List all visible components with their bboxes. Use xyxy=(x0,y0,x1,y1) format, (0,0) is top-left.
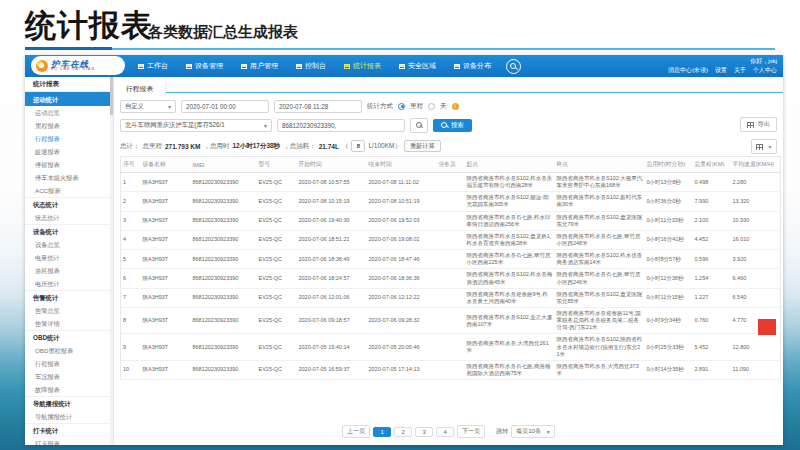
navbar-link-0[interactable]: 消息中心(未读) xyxy=(668,66,708,75)
table-row[interactable]: 1陕A3H93T868120230923390EV25-QC2020-07-08… xyxy=(121,173,781,192)
sidebar-item-0-6[interactable]: ACC报表 xyxy=(25,184,113,197)
table-row[interactable]: 6陕A3H93T868120230923390EV25-QC2020-07-06… xyxy=(121,269,781,288)
sidebar-section-2[interactable]: 设备统计 xyxy=(25,224,113,238)
imei-input[interactable] xyxy=(277,119,405,132)
sidebar-item-4-1[interactable]: 行程报表 xyxy=(25,357,113,370)
vehicle-group-select[interactable]: 北斗车联网重庆沃护车星(库存526/1▾ xyxy=(120,119,272,132)
cell-duration: 0小时16分41秒 xyxy=(645,230,693,249)
cell-to: 陕西省商洛市柞水县S102,盘龙医院东北79米 xyxy=(555,211,645,230)
nav-item-6[interactable]: 设备分布 xyxy=(445,61,500,71)
chevron-down-icon: ▾ xyxy=(168,103,171,110)
navbar-link-1[interactable]: 设置 xyxy=(715,66,727,75)
nav-menu: 工作台设备管理用户管理控制台统计报表安全区域设备分布 xyxy=(129,55,521,77)
cell-to: 陕西省商洛市柞水县石七路,翠竹居小区西248米 xyxy=(555,230,645,249)
nav-search-icon[interactable] xyxy=(506,59,521,74)
cell-no: 9 xyxy=(121,334,141,360)
sidebar-item-6-0[interactable]: 打卡报表 xyxy=(25,437,113,445)
page-size-select[interactable]: 每页10条▾ xyxy=(511,425,555,438)
info-icon[interactable]: i xyxy=(452,103,459,110)
sidebar-item-4-3[interactable]: 故障报表 xyxy=(25,383,113,396)
sidebar-item-0-5[interactable]: 停车未熄火报表 xyxy=(25,171,113,184)
total-duration-value: 12小时17分38秒 xyxy=(232,142,280,151)
sidebar-scrollbar[interactable] xyxy=(110,77,113,445)
nav-item-0[interactable]: 工作台 xyxy=(129,61,177,71)
search-button[interactable]: 搜索 xyxy=(433,119,472,132)
nav-item-1[interactable]: 设备管理 xyxy=(177,61,232,71)
table-row[interactable]: 10陕A3H93T868120230923390EV25-QC2020-07-0… xyxy=(121,360,781,379)
table-row[interactable]: 4陕A3H93T868120230923390EV25-QC2020-07-06… xyxy=(121,230,781,249)
date-range-select[interactable]: 自定义▾ xyxy=(120,100,176,113)
cell-from: 陕西省商洛市柞水县S102,盘龙桥1,柞水县育贤宾舍西南28米 xyxy=(465,230,555,249)
sidebar-item-3-0[interactable]: 告警总览 xyxy=(25,304,113,317)
sidebar-item-4-0[interactable]: OBD里程报表 xyxy=(25,344,113,357)
logo-icon xyxy=(36,60,48,72)
sidebar-item-3-1[interactable]: 告警详情 xyxy=(25,317,113,330)
columns-button[interactable]: ▾ xyxy=(751,139,777,154)
logo-subtext: HU CHE ZAI XIAN xyxy=(51,68,95,72)
sidebar-section-4[interactable]: OBD统计 xyxy=(25,330,113,344)
sidebar-item-2-0[interactable]: 设备总览 xyxy=(25,238,113,251)
sidebar-item-0-2[interactable]: 行程报表 xyxy=(25,132,113,145)
pagination: 上一页1234下一页跳转每页10条▾ xyxy=(114,425,783,438)
cell-no: 10 xyxy=(121,360,141,379)
device-lookup-button[interactable] xyxy=(410,118,428,133)
sidebar-section-5[interactable]: 导航播报统计 xyxy=(25,396,113,410)
nav-item-3[interactable]: 控制台 xyxy=(287,61,335,71)
cell-from: 陕西省商洛市柞水县石七路,柞水印象假日酒店西南256米 xyxy=(465,211,555,230)
stat-mode-label: 统计方式 xyxy=(367,102,393,111)
sidebar-item-4-2[interactable]: 车况报表 xyxy=(25,370,113,383)
navbar-link-2[interactable]: 关于 xyxy=(734,66,746,75)
table-row[interactable]: 7陕A3H93T868120230923390EV25-QC2020-07-06… xyxy=(121,288,781,307)
cell-end: 2020-07-06 19:08:02 xyxy=(367,230,437,249)
date-from-input[interactable] xyxy=(181,100,269,113)
page-button-4[interactable]: 4 xyxy=(436,427,454,437)
sidebar-section-1[interactable]: 状态统计 xyxy=(25,197,113,211)
table-row[interactable]: 5陕A3H93T868120230923390EV25-QC2020-07-06… xyxy=(121,250,781,269)
nav-item-2[interactable]: 用户管理 xyxy=(232,61,287,71)
table-row[interactable]: 2陕A3H93T868120230923390EV25-QC2020-07-08… xyxy=(121,192,781,211)
sidebar-item-5-0[interactable]: 导航播报统计 xyxy=(25,410,113,423)
nav-item-4[interactable]: 统计报表 xyxy=(335,61,390,71)
page-button-2[interactable]: 2 xyxy=(394,427,412,437)
recalculate-button[interactable]: 重新计算 xyxy=(404,140,441,152)
sidebar-item-2-3[interactable]: 电压统计 xyxy=(25,277,113,290)
paren-open: （ xyxy=(342,142,349,151)
radio-day[interactable] xyxy=(428,103,435,110)
sidebar-item-2-2[interactable]: 油耗报表 xyxy=(25,264,113,277)
cell-name: 陕A3H93T xyxy=(141,307,191,333)
sidebar-item-0-0[interactable]: 运动总览 xyxy=(25,106,113,119)
table-row[interactable]: 9陕A3H93T868120230923390EV25-QC2020-07-05… xyxy=(121,334,781,360)
radio-mileage[interactable] xyxy=(398,103,405,110)
total-mileage-value: 271.793 KM xyxy=(165,143,200,150)
sidebar-item-0-4[interactable]: 停留报表 xyxy=(25,158,113,171)
cell-duration: 0小时36分0秒 xyxy=(645,192,693,211)
page-button-3[interactable]: 3 xyxy=(415,427,433,437)
sidebar-section-6[interactable]: 打卡统计 xyxy=(25,423,113,437)
fuel-rate-input[interactable] xyxy=(351,140,365,152)
next-page-button[interactable]: 下一页 xyxy=(457,425,485,438)
table-row[interactable]: 8陕A3H93T868120230923390EV25-QC2020-07-06… xyxy=(121,307,781,333)
nav-item-icon xyxy=(241,64,247,69)
main-content: 行程报表 自定义▾ 统计方式 里程 天 i xyxy=(114,77,783,445)
nav-item-label: 统计报表 xyxy=(353,61,381,71)
navbar-link-3[interactable]: 个人中心 xyxy=(753,66,777,75)
scrollbar-thumb[interactable] xyxy=(110,77,113,115)
sidebar-item-1-0[interactable]: 状态统计 xyxy=(25,211,113,224)
cell-end: 2020-07-06 12:12:22 xyxy=(367,288,437,307)
sidebar-item-0-3[interactable]: 超速报表 xyxy=(25,145,113,158)
chevron-down-icon: ▾ xyxy=(768,143,771,150)
prev-page-button[interactable]: 上一页 xyxy=(342,425,370,438)
table-row[interactable]: 3陕A3H93T868120230923390EV25-QC2020-07-06… xyxy=(121,211,781,230)
sidebar-item-0-1[interactable]: 里程报表 xyxy=(25,119,113,132)
nav-item-5[interactable]: 安全区域 xyxy=(390,61,445,71)
sidebar-section-3[interactable]: 告警统计 xyxy=(25,290,113,304)
export-button[interactable]: 导出 xyxy=(740,117,777,132)
sidebar-item-2-1[interactable]: 电量统计 xyxy=(25,251,113,264)
app-logo[interactable]: 护车在线 HU CHE ZAI XIAN xyxy=(31,56,125,75)
cell-imei: 868120230923390 xyxy=(191,173,257,192)
sidebar-section-0[interactable]: 运动统计 xyxy=(25,92,113,106)
page-button-1[interactable]: 1 xyxy=(373,427,391,437)
date-to-input[interactable] xyxy=(274,100,362,113)
cell-no: 6 xyxy=(121,269,141,288)
col-header-4: 开始时间 xyxy=(297,157,367,173)
